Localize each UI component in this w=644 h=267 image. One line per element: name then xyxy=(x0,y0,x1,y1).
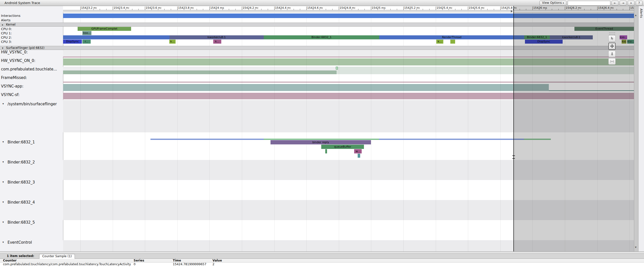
disclosure-triangle-icon[interactable]: ▾ xyxy=(3,102,6,106)
selected-sample-marker[interactable] xyxy=(336,67,338,69)
sidebar-label[interactable]: /system/bin/surfaceflinger xyxy=(8,102,62,107)
trace-slice[interactable]: Binder:6832_1 xyxy=(264,35,379,39)
ruler-major-tick xyxy=(339,7,339,10)
sidebar-label: FrameMissed: xyxy=(1,75,62,80)
ruler-minor-tick xyxy=(300,9,300,10)
ruler-major-tick xyxy=(80,7,81,10)
range-arrow-head xyxy=(511,10,513,12)
ruler-minor-tick xyxy=(229,9,229,10)
sidebar-label[interactable]: Binder:6832_4 xyxy=(8,200,62,205)
ruler-label: 15424 ms xyxy=(210,6,226,10)
down-arrow-icon xyxy=(610,52,614,56)
trace-slice[interactable] xyxy=(379,139,524,140)
disclosure-triangle-icon[interactable]: ▾ xyxy=(3,160,6,164)
scroll-down-button[interactable] xyxy=(608,51,616,57)
sidebar-label: Interactions xyxy=(1,14,62,18)
vertical-scrollbar[interactable]: ▲ ▼ xyxy=(634,6,638,251)
panel-splitter[interactable] xyxy=(0,251,644,254)
counter-band[interactable] xyxy=(63,70,337,74)
disclosure-triangle-icon[interactable]: ▾ xyxy=(3,180,6,184)
range-limit-line[interactable] xyxy=(513,6,514,251)
ruler-minor-tick xyxy=(487,9,488,10)
sidebar-label: VSYNC-app: xyxy=(1,84,62,89)
sidebar-label: VSYNC-sf: xyxy=(1,92,62,97)
horizontal-zoom-button[interactable] xyxy=(608,58,616,65)
trace-slice[interactable] xyxy=(358,154,360,158)
trace-slice[interactable]: w... xyxy=(354,149,362,153)
scroll-up-icon[interactable]: ▲ xyxy=(635,14,636,16)
section-header-label: SurfaceFlinger (pid 6832) xyxy=(6,46,81,50)
disclosure-triangle-icon[interactable]: ▸ xyxy=(2,23,5,26)
ruler-minor-tick xyxy=(364,9,365,10)
ruler-major-tick xyxy=(145,7,145,10)
ruler-major-tick xyxy=(403,7,404,10)
sidebar-label[interactable]: Binder:6832_2 xyxy=(8,160,62,165)
alerts-side-tab[interactable]: Alerts xyxy=(638,6,644,251)
disclosure-triangle-icon[interactable]: ▾ xyxy=(3,220,6,224)
alerts-tab-label: Alerts xyxy=(639,9,643,18)
scroll-down-icon[interactable]: ▼ xyxy=(635,246,636,248)
trace-slice[interactable]: binder reply xyxy=(271,140,371,144)
disclosure-triangle-icon[interactable]: ▾ xyxy=(3,140,6,144)
ruler-minor-tick xyxy=(423,9,423,10)
trace-slice[interactable]: kworker/u8:1 xyxy=(170,35,264,39)
table-cell[interactable]: com.prefabulated.touchlatency/com.prefab… xyxy=(3,262,134,266)
trace-slice[interactable] xyxy=(264,139,379,140)
trace-slice[interactable]: k... xyxy=(436,40,443,44)
bottom-tab-bar: 1 item selected: Counter Sample (1) xyxy=(0,254,644,259)
trace-slice[interactable] xyxy=(150,139,264,140)
disclosure-triangle-icon[interactable]: ▾ xyxy=(3,240,6,244)
tab-counter-sample[interactable]: Counter Sample (1) xyxy=(39,254,75,259)
disclosure-triangle-icon[interactable]: ▾ xyxy=(3,200,6,204)
ruler-label: 15423.4 ms xyxy=(114,6,129,10)
table-cell[interactable]: 2 xyxy=(212,262,343,266)
sidebar-label[interactable]: Binder:6832_1 xyxy=(8,140,62,145)
pan-scan-button[interactable] xyxy=(608,43,616,50)
sidebar-label[interactable]: Binder:6832_5 xyxy=(8,220,62,225)
ruler-major-tick xyxy=(209,7,210,10)
ruler-minor-tick xyxy=(390,9,391,10)
ruler-label: 15425.6 ms xyxy=(469,6,484,10)
ruler-minor-tick xyxy=(203,9,203,10)
trace-slice[interactable] xyxy=(325,149,327,153)
trace-slice[interactable]: r... xyxy=(82,40,91,44)
trace-slice[interactable] xyxy=(63,35,170,39)
counter-band[interactable] xyxy=(63,67,337,70)
toolbar-grip-handle[interactable] xyxy=(609,33,615,35)
ruler-major-tick xyxy=(500,7,501,10)
sidebar-label[interactable]: EventControl xyxy=(8,240,62,245)
ruler-label: 15423.6 ms xyxy=(146,6,161,10)
counter-band[interactable] xyxy=(63,84,549,91)
timeline-area[interactable]: GPUFrameCompletEventThreadkso...kworker/… xyxy=(0,0,644,267)
sidebar-label: HW_VSYNC_ON_0: xyxy=(1,58,62,63)
trace-slice[interactable]: kso... xyxy=(82,31,91,35)
ruler-major-tick xyxy=(306,7,307,10)
trace-slice[interactable]: k... xyxy=(213,40,221,44)
ruler-label: 15424.6 ms xyxy=(307,6,323,10)
ruler-major-tick xyxy=(436,7,436,10)
trace-slice[interactable]: k... xyxy=(169,40,176,44)
ruler-label: 15425 ms xyxy=(372,6,387,10)
trace-slice[interactable]: GPUFrameComplet xyxy=(78,27,131,31)
ruler-label: 15424.2 ms xyxy=(243,6,258,10)
ruler-major-tick xyxy=(242,7,242,10)
sidebar-label: HW_VSYNC_0: xyxy=(1,50,62,55)
selection-cursor-button[interactable] xyxy=(608,35,616,42)
disclosure-triangle-icon[interactable]: ▾ xyxy=(2,46,5,50)
sidebar-label[interactable]: Binder:6832_3 xyxy=(8,180,62,185)
ruler-minor-tick xyxy=(397,9,397,10)
sidebar-label: Alerts xyxy=(1,18,62,23)
cursor-arrow-icon xyxy=(610,36,614,40)
table-column-header: Counter xyxy=(3,259,124,262)
move-arrows-icon xyxy=(610,44,614,48)
ruler-minor-tick xyxy=(461,9,462,10)
trace-slice[interactable]: DispSync xyxy=(63,40,82,44)
ruler-major-tick xyxy=(274,7,275,10)
selection-status: 1 item selected: xyxy=(7,254,34,258)
trace-slice[interactable] xyxy=(450,40,455,44)
details-table-row[interactable]: com.prefabulated.touchlatency/com.prefab… xyxy=(0,262,644,266)
trace-slice[interactable]: RenderThread xyxy=(379,35,524,39)
trace-slice[interactable]: queueBuffer xyxy=(321,145,364,149)
ruler-major-tick xyxy=(468,7,468,10)
ruler-minor-tick xyxy=(138,9,139,10)
